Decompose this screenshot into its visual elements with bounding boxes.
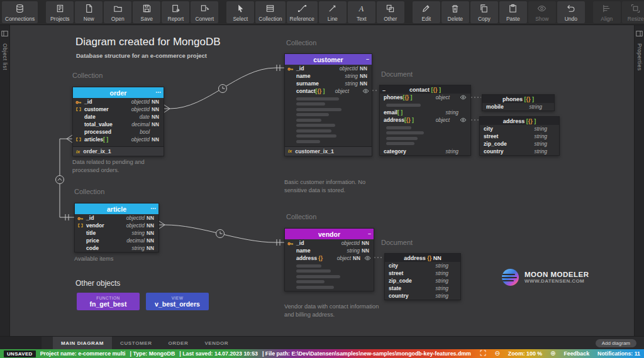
toolbar-align-button[interactable]: Align — [593, 1, 621, 23]
toolbar-save-button[interactable]: Save — [133, 1, 160, 23]
toolbar-open-button[interactable]: Open — [104, 1, 131, 23]
diagram-canvas[interactable]: Diagram created for MongoDB Database str… — [10, 25, 634, 336]
field-row[interactable]: _idobjectIdNN — [285, 65, 372, 72]
document-phones[interactable]: phones [{} ]mobilestring — [482, 94, 555, 111]
toolbar-resize-button[interactable]: Resize — [622, 1, 644, 23]
field-row[interactable]: _idobjectIdNN — [285, 239, 374, 247]
field-row[interactable]: _idobjectIdNN — [75, 214, 158, 222]
visibility-eye-icon[interactable] — [460, 117, 467, 122]
field-row[interactable]: vendorobjectIdNN — [75, 222, 158, 229]
toolbar-show-button[interactable]: Show — [528, 1, 556, 23]
collection-header[interactable]: customer– — [285, 54, 372, 65]
field-row[interactable]: streetstring — [385, 269, 460, 277]
header-menu-button[interactable]: ⋯ — [150, 203, 156, 214]
toolbar-other-button[interactable]: Other — [377, 1, 404, 23]
field-row[interactable]: _idobjectIdNN — [73, 98, 164, 106]
collection-vendor[interactable]: vendor–_idobjectIdNNnamestringNNaddress … — [284, 228, 374, 291]
text-icon: A — [357, 3, 366, 13]
field-name: address[{} ] — [384, 117, 414, 123]
field-name: surname — [296, 80, 319, 87]
toolbar-reference-button[interactable]: Reference — [287, 1, 318, 23]
toolbar-paste-button[interactable]: Paste — [499, 1, 527, 23]
toolbar-projects-button[interactable]: Projects — [46, 1, 74, 23]
tab-order[interactable]: ORDER — [160, 337, 197, 349]
field-row[interactable]: address[{} ]object — [380, 116, 470, 124]
field-row[interactable]: countrystring — [385, 292, 460, 300]
tab-customer[interactable]: CUSTOMER — [112, 337, 160, 349]
toolbar-collection-button[interactable]: Collection — [255, 1, 285, 23]
toolbar-copy-button[interactable]: Copy — [470, 1, 498, 23]
tab-main-diagram[interactable]: MAIN DIAGRAM — [53, 337, 112, 349]
field-row[interactable]: streetstring — [480, 133, 559, 140]
field-row[interactable]: statestring — [385, 285, 460, 292]
field-row[interactable]: categorystring — [380, 148, 470, 155]
header-collapse-button[interactable]: – — [382, 85, 386, 95]
notifications-count[interactable]: Notifications: 11 — [597, 350, 640, 357]
field-row[interactable]: surnamestringNN — [285, 80, 372, 87]
zoom-out-icon[interactable]: ⊖ — [494, 350, 499, 357]
toolbar-undo-button[interactable]: Undo — [557, 1, 585, 23]
field-row[interactable]: datedateNN — [73, 113, 164, 121]
field-row[interactable]: countrystring — [480, 148, 559, 155]
field-row[interactable]: address {}objectNN — [285, 254, 374, 262]
toolbar-select-button[interactable]: Select — [226, 1, 254, 23]
field-row[interactable]: titlestringNN — [75, 229, 158, 237]
toolbar-delete-button[interactable]: Delete — [441, 1, 469, 23]
field-row[interactable]: email[ ]string — [380, 109, 470, 116]
field-row[interactable]: contact[{} ]object — [285, 87, 372, 95]
document-header[interactable]: address [{} ] — [480, 117, 559, 125]
document-header[interactable]: contact [{} ]– — [380, 85, 470, 94]
field-row[interactable]: namestringNN — [285, 72, 372, 80]
header-collapse-button[interactable]: – — [366, 54, 369, 64]
visibility-eye-icon[interactable] — [460, 95, 467, 100]
field-row[interactable]: customerobjectIdNN — [73, 106, 164, 113]
field-type: decimal — [126, 237, 145, 244]
toolbar-text-button[interactable]: AText — [348, 1, 375, 23]
field-row[interactable]: pricedecimalNN — [75, 237, 158, 244]
document-address[interactable]: address {} NNcitystringstreetstringzip_c… — [384, 253, 461, 300]
fullscreen-icon[interactable] — [480, 350, 486, 357]
header-menu-button[interactable]: ⋯ — [155, 87, 161, 97]
collection-header[interactable]: vendor– — [285, 229, 374, 239]
toolbar-line-button[interactable]: Line — [319, 1, 347, 23]
function-fn_get_best[interactable]: FUNCTIONfn_get_best — [77, 293, 140, 310]
toolbar-report-button[interactable]: Report — [162, 1, 189, 23]
field-row[interactable]: total_valuedecimalNN — [73, 121, 164, 128]
document-header[interactable]: address {} NN — [385, 254, 460, 262]
header-collapse-button[interactable]: – — [368, 229, 371, 239]
field-row[interactable]: phones[{} ]object — [380, 94, 470, 101]
field-row[interactable]: codestringNN — [75, 244, 158, 252]
collection-header[interactable]: article⋯ — [75, 203, 158, 214]
document-address[interactable]: address [{} ]citystringstreetstringzip_c… — [479, 116, 560, 156]
object-list-rail[interactable]: Object list — [0, 25, 10, 336]
view-v_best_orders[interactable]: VIEWv_best_orders — [146, 293, 209, 310]
collection-order[interactable]: order⋯_idobjectIdNNcustomerobjectIdNNdat… — [72, 87, 164, 156]
zoom-in-icon[interactable]: ⊕ — [550, 350, 555, 357]
feedback-link[interactable]: Feedback — [564, 350, 589, 357]
field-row[interactable]: zip_codestring — [480, 140, 559, 148]
collection-header[interactable]: order⋯ — [73, 87, 164, 98]
properties-rail[interactable]: Properties — [634, 25, 644, 336]
visibility-eye-icon[interactable] — [364, 256, 371, 261]
index-row[interactable]: ixorder_ix_1 — [73, 146, 164, 156]
field-row[interactable]: articles[ ]objectIdNN — [73, 136, 164, 143]
toolbar-new-button[interactable]: New — [75, 1, 103, 23]
tab-vendor[interactable]: VENDOR — [196, 337, 236, 349]
add-diagram-button[interactable]: Add diagram — [596, 339, 636, 347]
index-row[interactable]: ixcustomer_ix_1 — [285, 146, 372, 156]
field-row[interactable]: namestringNN — [285, 247, 374, 254]
document-contact[interactable]: contact [{} ]–phones[{} ]objectemail[ ]s… — [379, 85, 471, 156]
field-row[interactable]: processedbool — [73, 128, 164, 136]
field-row[interactable]: mobilestring — [482, 103, 554, 111]
collection-customer[interactable]: customer–_idobjectIdNNnamestringNNsurnam… — [284, 53, 372, 156]
field-row[interactable]: zip_codestring — [385, 277, 460, 285]
collection-article[interactable]: article⋯_idobjectIdNNvendorobjectIdNNtit… — [74, 203, 159, 252]
visibility-eye-icon[interactable] — [362, 89, 369, 94]
toolbar-edit-button[interactable]: Edit — [413, 1, 440, 23]
document-header[interactable]: phones [{} ] — [482, 95, 554, 103]
field-row[interactable]: citystring — [480, 125, 559, 133]
toolbar-convert-button[interactable]: Convert — [191, 1, 218, 23]
field-row[interactable]: citystring — [385, 262, 460, 269]
key-icon — [287, 240, 294, 246]
toolbar-connections-button[interactable]: Connections — [2, 1, 38, 23]
